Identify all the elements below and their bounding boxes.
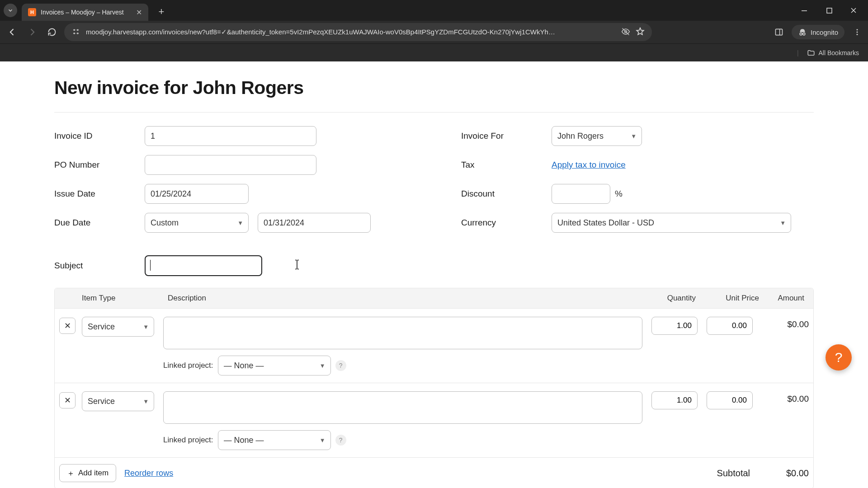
subject-input[interactable] <box>145 255 262 276</box>
text-cursor-icon <box>295 260 299 272</box>
linked-project-select[interactable] <box>218 430 331 450</box>
item-type-select[interactable] <box>82 391 154 411</box>
svg-rect-0 <box>802 10 807 11</box>
reorder-rows-link[interactable]: Reorder rows <box>124 469 173 478</box>
linked-project-select[interactable] <box>218 356 331 375</box>
unit-price-input[interactable] <box>707 391 753 409</box>
po-number-input[interactable] <box>145 155 316 175</box>
th-unit-price: Unit Price <box>696 294 759 303</box>
discount-unit: % <box>615 189 623 199</box>
quantity-input[interactable] <box>651 317 698 335</box>
linked-project-label: Linked project: <box>163 361 213 370</box>
help-fab-button[interactable]: ? <box>826 344 852 371</box>
po-number-label: PO Number <box>54 160 145 170</box>
help-icon[interactable]: ? <box>335 435 346 446</box>
remove-row-button[interactable]: ✕ <box>59 392 75 408</box>
panel-icon[interactable] <box>773 26 785 38</box>
table-row: ✕ ▼ Linked project: ▼ ? <box>55 308 813 383</box>
tab-title: Invoices – Moodjoy – Harvest <box>41 9 124 16</box>
svg-point-11 <box>857 32 858 33</box>
subtotal-value: $0.00 <box>759 468 809 479</box>
description-input[interactable] <box>163 317 642 349</box>
window-maximize-icon[interactable] <box>817 2 841 19</box>
invoice-for-label: Invoice For <box>461 131 552 141</box>
tax-label: Tax <box>461 160 552 170</box>
add-item-label: Add item <box>78 469 108 478</box>
remove-row-button[interactable]: ✕ <box>59 318 75 334</box>
add-item-button[interactable]: ＋ Add item <box>59 464 116 482</box>
due-date-input[interactable] <box>258 213 371 233</box>
reload-icon[interactable] <box>44 24 60 40</box>
invoice-id-label: Invoice ID <box>54 131 145 141</box>
svg-point-12 <box>857 34 858 35</box>
browser-address-bar: moodjoy.harvestapp.com/invoices/new?utf8… <box>0 21 868 43</box>
page-title: New invoice for John Rogers <box>54 77 814 99</box>
site-settings-icon[interactable] <box>71 28 80 37</box>
harvest-favicon: H <box>28 8 36 16</box>
th-quantity: Quantity <box>637 294 696 303</box>
subject-label: Subject <box>54 261 145 271</box>
bookmarks-bar: | All Bookmarks <box>0 43 868 61</box>
currency-label: Currency <box>461 218 552 228</box>
svg-rect-1 <box>827 8 832 13</box>
unit-price-input[interactable] <box>707 317 753 335</box>
currency-select[interactable] <box>552 213 791 233</box>
help-icon[interactable]: ? <box>335 360 346 371</box>
due-date-mode-select[interactable] <box>145 213 249 233</box>
row-amount: $0.00 <box>764 317 809 329</box>
close-tab-icon[interactable]: ✕ <box>136 8 142 17</box>
profile-dropdown-icon[interactable] <box>4 4 17 17</box>
discount-input[interactable] <box>552 184 610 204</box>
table-row: ✕ ▼ Linked project: ▼ ? <box>55 383 813 457</box>
invoice-id-input[interactable] <box>145 126 316 146</box>
discount-label: Discount <box>461 189 552 199</box>
item-type-select[interactable] <box>82 317 154 337</box>
th-item-type: Item Type <box>82 294 168 303</box>
incognito-label: Incognito <box>811 28 838 36</box>
kebab-menu-icon[interactable] <box>851 26 863 38</box>
browser-tab[interactable]: H Invoices – Moodjoy – Harvest ✕ <box>22 4 148 21</box>
table-footer: ＋ Add item Reorder rows Subtotal $0.00 <box>55 457 813 488</box>
th-amount: Amount <box>759 294 809 303</box>
svg-point-10 <box>857 29 858 30</box>
back-icon[interactable] <box>5 24 20 40</box>
svg-rect-7 <box>776 29 783 35</box>
bookmark-star-icon[interactable] <box>636 27 645 38</box>
issue-date-input[interactable] <box>145 184 249 204</box>
plus-icon: ＋ <box>67 468 75 479</box>
svg-point-9 <box>803 33 805 35</box>
browser-tab-bar: H Invoices – Moodjoy – Harvest ✕ + <box>0 0 868 21</box>
svg-point-8 <box>800 33 802 35</box>
text-cursor <box>150 260 151 271</box>
linked-project-label: Linked project: <box>163 436 213 445</box>
window-close-icon[interactable] <box>842 2 865 19</box>
divider <box>54 112 814 113</box>
issue-date-label: Issue Date <box>54 189 145 199</box>
quantity-input[interactable] <box>651 391 698 409</box>
url-text: moodjoy.harvestapp.com/invoices/new?utf8… <box>86 28 616 36</box>
due-date-label: Due Date <box>54 218 145 228</box>
eye-off-icon[interactable] <box>621 27 630 38</box>
description-input[interactable] <box>163 391 642 424</box>
line-items-table: Item Type Description Quantity Unit Pric… <box>54 288 814 488</box>
incognito-chip[interactable]: Incognito <box>792 25 844 39</box>
all-bookmarks-label: All Bookmarks <box>819 49 859 56</box>
forward-icon <box>24 24 40 40</box>
window-minimize-icon[interactable] <box>793 2 816 19</box>
all-bookmarks-button[interactable]: All Bookmarks <box>807 49 859 57</box>
table-header: Item Type Description Quantity Unit Pric… <box>55 288 813 308</box>
apply-tax-link[interactable]: Apply tax to invoice <box>552 160 626 170</box>
th-description: Description <box>168 294 637 303</box>
new-tab-button[interactable]: + <box>155 5 168 19</box>
invoice-for-select[interactable] <box>552 126 642 146</box>
subtotal-label: Subtotal <box>717 468 750 479</box>
row-amount: $0.00 <box>764 391 809 404</box>
url-bar[interactable]: moodjoy.harvestapp.com/invoices/new?utf8… <box>64 23 652 41</box>
